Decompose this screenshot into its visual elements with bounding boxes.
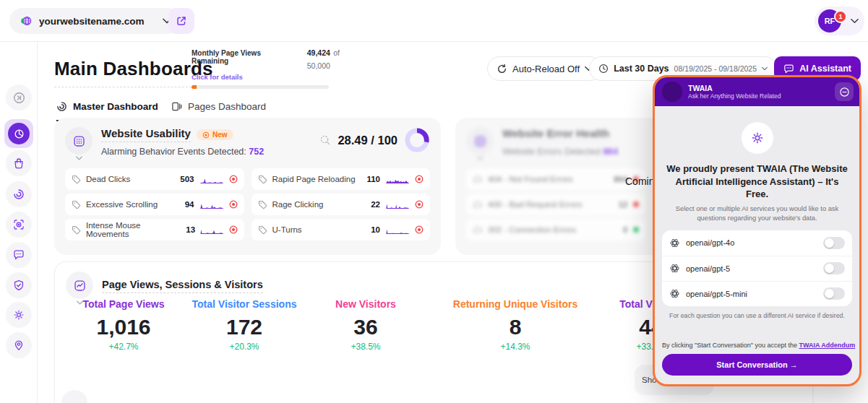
stat-delta: +42.7%	[66, 342, 181, 352]
error-row-400[interactable]: 400 - Bad Request Errors 12	[466, 194, 645, 215]
stat-value: 172	[186, 315, 302, 339]
usability-subtitle-value: 752	[249, 147, 264, 157]
error-label: 400 - Bad Request Errors	[488, 200, 582, 209]
gear-badge	[742, 122, 773, 154]
gear-icon	[751, 131, 764, 144]
tag-icon	[258, 200, 267, 209]
status-dot	[633, 202, 639, 207]
record-dot-icon[interactable]	[229, 200, 238, 209]
website-usability-card: Website Usability New Alarming Behavior …	[54, 118, 441, 255]
model-toggle[interactable]	[823, 287, 845, 300]
sidebar-item-dashboards-active[interactable]	[4, 119, 33, 148]
sidebar-item-recordings[interactable]	[6, 212, 32, 238]
record-dot-icon[interactable]	[415, 175, 424, 183]
record-dot-icon[interactable]	[415, 200, 424, 209]
metric-label: U-Turns	[272, 225, 302, 234]
sidebar-item-security[interactable]	[6, 272, 32, 298]
clock-icon	[598, 64, 609, 74]
metric-row-excessive-scrolling[interactable]: Excessive Scrolling 94	[65, 194, 244, 215]
model-row-gpt-4o[interactable]: openai/gpt-4o	[662, 230, 852, 256]
error-row-302[interactable]: 302 - Connection Errors 0	[466, 219, 645, 240]
metric-row-u-turns[interactable]: U-Turns 10	[252, 219, 431, 240]
status-dot	[633, 227, 639, 233]
gear-icon	[13, 309, 25, 321]
sidebar-item-settings[interactable]	[6, 302, 32, 328]
spiral-icon	[13, 188, 25, 200]
metric-row-dead-clicks[interactable]: Dead Clicks 503	[65, 168, 244, 190]
metric-sparkline	[385, 201, 410, 209]
quota-used: 49,424	[307, 48, 330, 57]
model-toggle[interactable]	[823, 262, 845, 274]
usability-score-donut	[404, 127, 430, 153]
record-dot-icon[interactable]	[229, 175, 238, 183]
tab-pages-label: Pages Dashboard	[188, 101, 266, 112]
metric-row-rage-clicking[interactable]: Rage Clicking 22	[252, 194, 431, 215]
site-name: yourwebsitename.com	[39, 16, 145, 27]
pie-chart-icon	[8, 123, 30, 144]
location-pin-icon	[13, 339, 25, 351]
twaia-avatar	[662, 82, 682, 102]
page-views-title: Page Views, Sessions & Visitors	[102, 279, 263, 293]
stat-delta: +20.3%	[186, 342, 302, 352]
metric-value: 94	[185, 200, 194, 209]
globe-icon	[20, 14, 33, 27]
chevron-down-icon	[762, 66, 768, 71]
error-value: 0	[623, 225, 627, 234]
quota-details-link[interactable]: Click for details	[192, 73, 365, 81]
metric-value: 10	[371, 225, 380, 234]
record-dot-icon[interactable]	[229, 225, 238, 234]
stat-label: Total Page Views	[66, 298, 181, 310]
open-site-button[interactable]	[168, 8, 194, 34]
metric-value: 110	[366, 175, 380, 183]
usability-widget-icon	[65, 127, 93, 155]
shield-check-icon	[13, 280, 25, 291]
error-label: 302 - Connection Errors	[488, 225, 576, 234]
error-health-subtitle: Website Errors Detected 864	[502, 147, 618, 157]
site-selector[interactable]: yourwebsitename.com	[9, 8, 181, 34]
auto-reload-label: Auto-Reload Off	[512, 64, 580, 74]
metric-row-intense-mouse-movements[interactable]: Intense Mouse Movements 13	[65, 219, 244, 240]
model-row-gpt-5-mini[interactable]: openai/gpt-5-mini	[662, 281, 852, 306]
metric-row-rapid-page-reloading[interactable]: Rapid Page Reloading 110	[252, 168, 431, 190]
stat-value: 1,016	[66, 315, 181, 339]
bag-icon	[13, 157, 25, 169]
camera-focus-icon	[13, 219, 25, 230]
user-menu[interactable]: RF 1	[815, 6, 864, 35]
twaia-note: For each question you can use a differen…	[661, 312, 854, 319]
error-health-title: Website Error Health	[502, 127, 609, 142]
openai-logo-icon	[669, 288, 680, 299]
metric-label: Intense Mouse Movements	[86, 221, 181, 238]
sidebar-item-behavior[interactable]	[6, 181, 32, 207]
error-value: 12	[619, 200, 628, 209]
sidebar-collapse-button[interactable]	[6, 84, 32, 110]
minimize-button[interactable]	[835, 82, 854, 101]
error-health-subtitle-value: 864	[603, 147, 618, 157]
sidebar-item-feedback[interactable]	[6, 242, 32, 268]
stat-label: Total Visitor Sessions	[186, 298, 302, 310]
model-row-gpt-5[interactable]: openai/gpt-5	[662, 256, 852, 281]
usability-subtitle: Alarming Behavior Events Detected: 752	[101, 147, 264, 157]
sidebar-item-store[interactable]	[6, 150, 32, 176]
stat-label: Returning Unique Visitors	[439, 298, 591, 310]
collapse-chevron-icon[interactable]	[76, 156, 82, 160]
twaia-heading: We proudly present TWAIA (The Website Ar…	[655, 162, 859, 201]
metric-label: Dead Clicks	[86, 175, 130, 183]
metric-value: 13	[186, 225, 195, 234]
twaia-terms: By clicking "Start Conversation" you acc…	[662, 342, 852, 349]
line-chart-icon	[66, 272, 93, 299]
auto-reload-dropdown[interactable]: Auto-Reload Off	[487, 56, 602, 81]
columns-icon	[171, 101, 182, 112]
error-row-404[interactable]: 404 - Not Found Errors 864	[466, 168, 645, 190]
twaia-addendum-link[interactable]: TWAIA Addendum	[799, 342, 855, 349]
record-dot-icon[interactable]	[415, 225, 424, 234]
cloud-icon	[473, 199, 483, 209]
metric-value: 22	[371, 200, 380, 209]
stat-new-visitors: New Visitors 36 +38.5%	[311, 298, 420, 352]
stat-total-visitor-sessions: Total Visitor Sessions 172 +20.3%	[186, 298, 302, 352]
model-toggle[interactable]	[823, 237, 845, 249]
start-conversation-button[interactable]: Start Conversation →	[662, 354, 852, 376]
usability-score: 28.49 / 100	[338, 134, 398, 147]
twaia-subtitle: Ask her Anything Website Related	[688, 92, 781, 100]
page-title: Main Dashboards	[54, 58, 213, 87]
sidebar-item-locations[interactable]	[6, 332, 32, 358]
